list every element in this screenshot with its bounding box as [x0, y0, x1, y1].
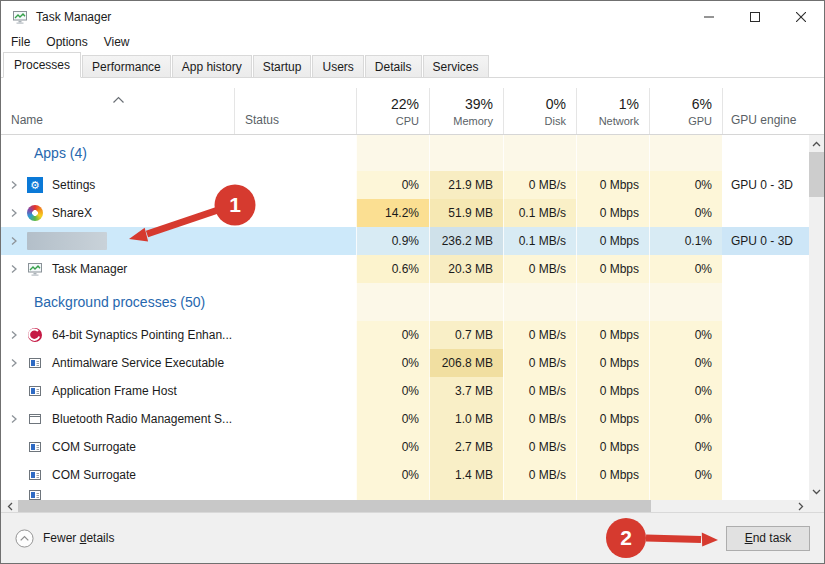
- tab-performance[interactable]: Performance: [82, 55, 171, 77]
- usage-cell: 51.9 MB: [429, 199, 503, 227]
- network-header-label: Network: [599, 115, 639, 127]
- menu-bar: FileOptionsView: [1, 32, 824, 52]
- vertical-scrollbar[interactable]: [809, 135, 824, 500]
- column-header-memory[interactable]: 39%Memory: [429, 88, 503, 134]
- expand-chevron-icon[interactable]: [1, 180, 23, 190]
- process-name-cell: Task Manager: [1, 255, 234, 283]
- group-heat-cell: [429, 135, 503, 171]
- process-name: ShareX: [52, 206, 92, 220]
- window-controls: [686, 1, 824, 32]
- process-name: Settings: [52, 178, 95, 192]
- chevron-left-icon: [7, 502, 13, 511]
- column-header-name[interactable]: Name: [1, 88, 234, 134]
- expand-chevron-icon[interactable]: [1, 236, 23, 246]
- expand-chevron-icon[interactable]: [1, 330, 23, 340]
- usage-cell: 0 MB/s: [503, 255, 576, 283]
- column-header-cpu[interactable]: 22%CPU: [356, 88, 429, 134]
- column-header-gpu-engine[interactable]: GPU engine: [722, 88, 809, 134]
- usage-cell: 0%: [649, 199, 722, 227]
- tab-details[interactable]: Details: [365, 55, 422, 77]
- fewer-details-label: Fewer details: [43, 531, 114, 545]
- gpu-engine-cell: [722, 433, 809, 461]
- group-heat-cell: [429, 283, 503, 321]
- usage-cell: 0.1%: [649, 227, 722, 255]
- tab-services[interactable]: Services: [423, 55, 489, 77]
- usage-cell: 0%: [649, 321, 722, 349]
- process-row[interactable]: COM Surrogate0%1.4 MB0 MB/s0 Mbps0%: [1, 461, 809, 489]
- scroll-down-button[interactable]: [809, 483, 824, 500]
- end-task-button[interactable]: End task: [726, 526, 810, 551]
- expand-chevron-icon[interactable]: [1, 264, 23, 274]
- minimize-button[interactable]: [686, 1, 732, 32]
- menu-item-options[interactable]: Options: [38, 33, 95, 51]
- column-header-network[interactable]: 1%Network: [576, 88, 649, 134]
- vertical-scroll-thumb[interactable]: [809, 152, 824, 197]
- expand-chevron-icon[interactable]: [1, 358, 23, 368]
- process-row[interactable]: ShareX14.2%51.9 MB0.1 MB/s0 Mbps0%: [1, 199, 809, 227]
- process-row[interactable]: 64-bit Synaptics Pointing Enhan...0%0.7 …: [1, 321, 809, 349]
- maximize-button[interactable]: [732, 1, 778, 32]
- group-heat-cell: [649, 283, 722, 321]
- vertical-scroll-track[interactable]: [809, 152, 824, 483]
- usage-cell: 0%: [356, 433, 429, 461]
- horizontal-scrollbar[interactable]: [1, 500, 824, 512]
- gpu-engine-cell: [722, 405, 809, 433]
- usage-cell: 21.9 MB: [429, 171, 503, 199]
- tab-users[interactable]: Users: [312, 55, 363, 77]
- process-row[interactable]: [1, 489, 809, 500]
- usage-cell: 0%: [649, 377, 722, 405]
- usage-cell: 0 MB/s: [503, 433, 576, 461]
- gpu-engine-cell: [722, 377, 809, 405]
- plain-window-icon: [27, 411, 43, 427]
- horizontal-scroll-thumb[interactable]: [18, 500, 651, 512]
- tab-strip: ProcessesPerformanceApp historyStartupUs…: [1, 52, 824, 78]
- close-button[interactable]: [778, 1, 824, 32]
- usage-cell: 0%: [649, 461, 722, 489]
- expand-chevron-icon[interactable]: [1, 208, 23, 218]
- scroll-up-button[interactable]: [809, 135, 824, 152]
- process-row[interactable]: 0.9%236.2 MB0.1 MB/s0 Mbps0.1%GPU 0 - 3D: [1, 227, 809, 255]
- fewer-details-toggle[interactable]: Fewer details: [15, 529, 114, 548]
- chevron-up-icon: [812, 141, 821, 147]
- column-header-status[interactable]: Status: [234, 88, 356, 134]
- process-row[interactable]: Antimalware Service Executable0%206.8 MB…: [1, 349, 809, 377]
- process-status-cell: [234, 349, 356, 377]
- usage-cell: 0 MB/s: [503, 171, 576, 199]
- process-name: COM Surrogate: [52, 468, 136, 482]
- menu-item-file[interactable]: File: [3, 33, 38, 51]
- network-total-percent: 1%: [619, 96, 639, 112]
- tab-startup[interactable]: Startup: [253, 55, 312, 77]
- usage-cell: 0.1 MB/s: [503, 199, 576, 227]
- column-header-gpu[interactable]: 6%GPU: [649, 88, 722, 134]
- process-name-cell: ⚙Settings: [1, 171, 234, 199]
- horizontal-scroll-track[interactable]: [18, 500, 792, 512]
- expand-chevron-icon[interactable]: [1, 414, 23, 424]
- process-row[interactable]: COM Surrogate0%2.7 MB0 MB/s0 Mbps0%: [1, 433, 809, 461]
- scroll-left-button[interactable]: [1, 500, 18, 512]
- group-header: Apps (4): [1, 135, 809, 171]
- menu-item-view[interactable]: View: [96, 33, 138, 51]
- process-row[interactable]: ⚙Settings0%21.9 MB0 MB/s0 Mbps0%GPU 0 - …: [1, 171, 809, 199]
- process-status-cell: [234, 489, 356, 500]
- column-header-disk[interactable]: 0%Disk: [503, 88, 576, 134]
- process-name: COM Surrogate: [52, 440, 136, 454]
- process-name-cell: COM Surrogate: [1, 461, 234, 489]
- usage-cell: 0 Mbps: [576, 321, 649, 349]
- usage-cell: 20.3 MB: [429, 255, 503, 283]
- usage-cell: 0%: [356, 377, 429, 405]
- process-status-cell: [234, 171, 356, 199]
- process-row[interactable]: Bluetooth Radio Management S...0%1.0 MB0…: [1, 405, 809, 433]
- tab-app-history[interactable]: App history: [172, 55, 252, 77]
- process-name: 64-bit Synaptics Pointing Enhan...: [52, 328, 232, 342]
- tab-processes[interactable]: Processes: [3, 52, 81, 78]
- process-row[interactable]: Application Frame Host0%3.7 MB0 MB/s0 Mb…: [1, 377, 809, 405]
- usage-cell: 0.1 MB/s: [503, 227, 576, 255]
- process-row[interactable]: Task Manager0.6%20.3 MB0 MB/s0 Mbps0%: [1, 255, 809, 283]
- process-name-cell: Application Frame Host: [1, 377, 234, 405]
- usage-cell: 0%: [356, 349, 429, 377]
- usage-cell: [576, 489, 649, 500]
- process-status-cell: [234, 255, 356, 283]
- app-window-icon: [27, 355, 43, 371]
- usage-cell: 0 Mbps: [576, 377, 649, 405]
- scroll-right-button[interactable]: [792, 500, 809, 512]
